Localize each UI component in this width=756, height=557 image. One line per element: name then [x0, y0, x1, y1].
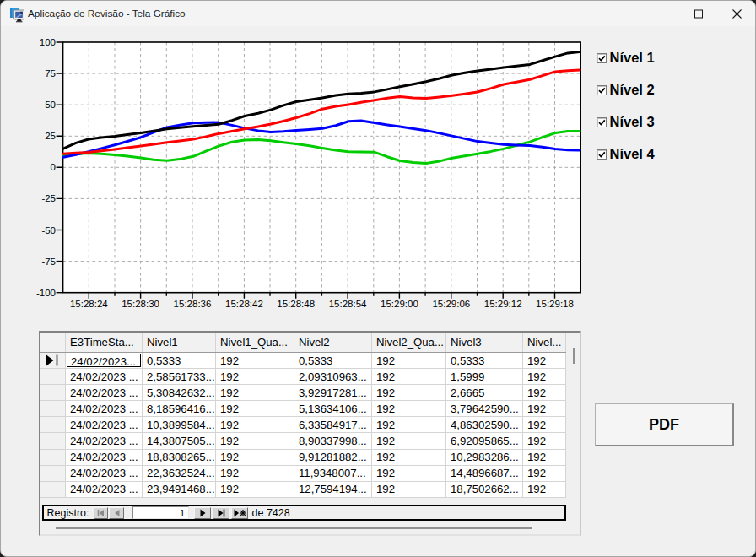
svg-text:15:29:00: 15:29:00 [381, 299, 418, 309]
svg-text:15:28:36: 15:28:36 [174, 299, 212, 309]
svg-text:-25: -25 [41, 193, 56, 203]
svg-text:15:28:24: 15:28:24 [70, 299, 108, 309]
svg-text:15:28:42: 15:28:42 [225, 299, 263, 309]
svg-text:15:29:18: 15:29:18 [536, 299, 574, 309]
svg-text:15:28:30: 15:28:30 [122, 299, 159, 309]
svg-text:0: 0 [51, 162, 56, 172]
svg-text:-100: -100 [36, 288, 56, 298]
svg-text:50: 50 [45, 100, 56, 110]
svg-text:25: 25 [45, 131, 56, 141]
svg-text:15:28:48: 15:28:48 [277, 299, 315, 309]
svg-text:-50: -50 [41, 225, 56, 235]
svg-text:15:29:06: 15:29:06 [432, 299, 470, 309]
svg-text:-75: -75 [41, 257, 56, 267]
svg-text:75: 75 [45, 68, 56, 78]
svg-text:15:29:12: 15:29:12 [484, 299, 522, 309]
svg-text:100: 100 [40, 37, 56, 47]
svg-text:15:28:54: 15:28:54 [329, 299, 367, 309]
